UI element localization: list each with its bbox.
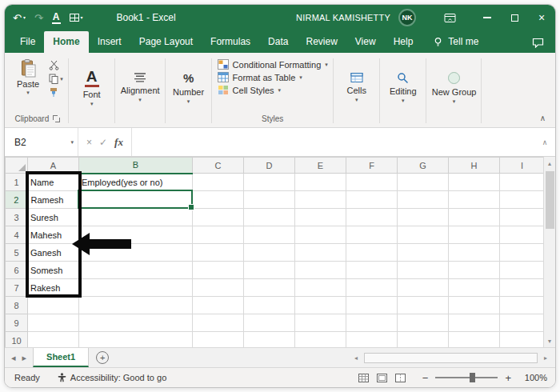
tab-home[interactable]: Home — [44, 31, 88, 53]
cell-D3[interactable] — [244, 209, 295, 226]
cell-D9[interactable] — [244, 314, 295, 332]
maximize-button[interactable] — [501, 5, 528, 30]
tab-view[interactable]: View — [346, 31, 385, 53]
cell-G10[interactable] — [398, 332, 449, 348]
cell-E7[interactable] — [295, 279, 346, 297]
cell-C1[interactable] — [193, 174, 244, 191]
font-group-button[interactable]: A Font ▾ — [74, 56, 110, 127]
collapse-ribbon-button[interactable]: ∧ — [540, 114, 546, 122]
ribbon-display-options-button[interactable] — [437, 5, 462, 30]
cell-D2[interactable] — [244, 191, 295, 209]
formula-bar-expand-icon[interactable]: ∧ — [534, 128, 555, 156]
cell-F3[interactable] — [346, 209, 398, 226]
cell-A6[interactable]: Somesh — [28, 262, 79, 279]
zoom-slider[interactable] — [435, 377, 498, 378]
sheet-tab-sheet1[interactable]: Sheet1 — [33, 348, 89, 367]
vertical-scroll-thumb[interactable] — [546, 171, 554, 229]
cell-A2[interactable]: Ramesh — [28, 191, 79, 209]
cell-E9[interactable] — [295, 314, 346, 332]
cell-G1[interactable] — [398, 174, 449, 191]
column-header-F[interactable]: F — [346, 158, 398, 174]
row-header-6[interactable]: 6 — [6, 262, 28, 279]
row-header-3[interactable]: 3 — [6, 209, 28, 226]
previous-sheet-icon[interactable]: ◂ — [11, 353, 16, 363]
cell-F8[interactable] — [346, 297, 398, 314]
cell-A10[interactable] — [28, 332, 79, 348]
cell-C3[interactable] — [193, 209, 244, 226]
cell-E5[interactable] — [295, 244, 346, 262]
format-as-table-button[interactable]: Format as Table ▾ — [218, 72, 328, 82]
cell-I2[interactable] — [500, 191, 545, 209]
zoom-slider-thumb[interactable] — [470, 373, 475, 382]
accessibility-status[interactable]: Accessibility: Good to go — [58, 373, 166, 382]
conditional-formatting-button[interactable]: Conditional Formatting ▾ — [218, 59, 328, 70]
scroll-down-icon[interactable]: ▾ — [544, 334, 555, 347]
cell-F4[interactable] — [346, 226, 398, 244]
cell-C2[interactable] — [193, 191, 244, 209]
insert-function-button[interactable]: fx — [114, 136, 123, 149]
cell-D1[interactable] — [244, 174, 295, 191]
row-header-2[interactable]: 2 — [6, 191, 28, 209]
cell-H7[interactable] — [449, 279, 500, 297]
column-header-I[interactable]: I — [500, 158, 545, 174]
zoom-in-button[interactable]: + — [505, 372, 511, 384]
cell-F9[interactable] — [346, 314, 398, 332]
column-header-C[interactable]: C — [193, 158, 244, 174]
cell-C4[interactable] — [193, 226, 244, 244]
page-break-view-button[interactable] — [395, 374, 406, 382]
quick-table-button[interactable]: ▾ — [70, 14, 83, 22]
copy-button[interactable]: ▾ — [49, 74, 63, 84]
close-button[interactable]: × — [528, 5, 555, 30]
column-header-G[interactable]: G — [398, 158, 449, 174]
editing-group-button[interactable]: Editing ▾ — [386, 56, 421, 127]
cell-I5[interactable] — [500, 244, 545, 262]
cell-G3[interactable] — [398, 209, 449, 226]
cell-E10[interactable] — [295, 332, 346, 348]
scroll-up-icon[interactable]: ▴ — [544, 157, 555, 170]
name-box[interactable]: B2 ▾ — [5, 128, 78, 156]
cell-F6[interactable] — [346, 262, 398, 279]
cell-A9[interactable] — [28, 314, 79, 332]
cell-H2[interactable] — [449, 191, 500, 209]
vertical-scrollbar[interactable]: ▴ ▾ — [543, 157, 555, 347]
cancel-icon[interactable]: × — [86, 137, 92, 148]
cell-E4[interactable] — [295, 226, 346, 244]
cell-B10[interactable] — [79, 332, 193, 348]
underline-button[interactable]: A — [52, 12, 61, 24]
tab-page-layout[interactable]: Page Layout — [130, 31, 202, 53]
tab-review[interactable]: Review — [297, 31, 346, 53]
cell-A7[interactable]: Rakesh — [28, 279, 79, 297]
cell-A8[interactable] — [28, 297, 79, 314]
cell-A4[interactable]: Mahesh — [28, 226, 79, 244]
column-header-B[interactable]: B — [79, 158, 193, 174]
formula-input[interactable] — [132, 128, 534, 156]
row-header-8[interactable]: 8 — [6, 297, 28, 314]
cell-G5[interactable] — [398, 244, 449, 262]
cell-D7[interactable] — [244, 279, 295, 297]
cell-G8[interactable] — [398, 297, 449, 314]
cell-C7[interactable] — [193, 279, 244, 297]
name-box-caret-icon[interactable]: ▾ — [70, 139, 74, 146]
alignment-group-button[interactable]: Alignment ▾ — [121, 56, 160, 127]
cell-A1[interactable]: Name — [28, 174, 79, 191]
scroll-left-icon[interactable]: ◂ — [350, 354, 362, 362]
cell-styles-button[interactable]: Cell Styles ▾ — [218, 85, 328, 95]
cell-G6[interactable] — [398, 262, 449, 279]
cell-D10[interactable] — [244, 332, 295, 348]
tab-data[interactable]: Data — [259, 31, 297, 53]
row-header-7[interactable]: 7 — [6, 279, 28, 297]
cell-B8[interactable] — [79, 297, 193, 314]
cell-E2[interactable] — [295, 191, 346, 209]
minimize-button[interactable] — [474, 5, 501, 30]
cell-E1[interactable] — [295, 174, 346, 191]
select-all-corner[interactable] — [6, 158, 28, 174]
cell-C6[interactable] — [193, 262, 244, 279]
cell-B9[interactable] — [79, 314, 193, 332]
new-group-button[interactable]: New Group ▾ — [432, 56, 477, 127]
cell-I4[interactable] — [500, 226, 545, 244]
redo-button[interactable]: ↷ — [34, 13, 43, 23]
tell-me-button[interactable]: Tell me — [425, 31, 486, 53]
column-header-H[interactable]: H — [449, 158, 500, 174]
cell-E3[interactable] — [295, 209, 346, 226]
cell-I6[interactable] — [500, 262, 545, 279]
